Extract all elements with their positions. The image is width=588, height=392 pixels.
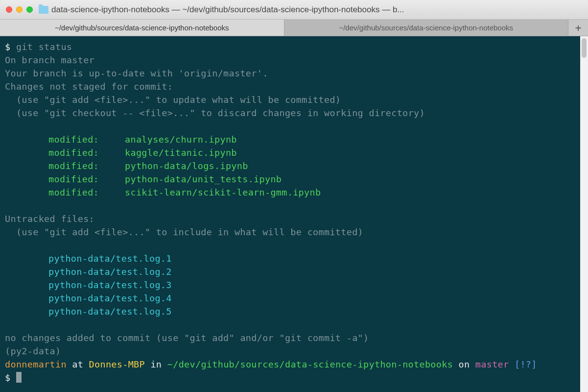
tab-bar: ~/dev/github/sources/data-science-ipytho… [0,20,588,36]
ps1-on: on [453,359,475,369]
modified-row: modified:kaggle/titanic.ipynb [5,146,575,159]
terminal-area: $ git status On branch master Your branc… [0,36,588,392]
window-title: data-science-ipython-notebooks — ~/dev/g… [51,5,582,15]
untracked-row: python-data/test.log.5 [5,305,575,318]
modified-file: python-data/unit_tests.ipynb [125,174,282,184]
traffic-lights [6,6,33,13]
untracked-file: python-data/test.log.3 [48,280,172,290]
terminal[interactable]: $ git status On branch master Your branc… [0,36,580,392]
folder-icon [39,6,48,14]
modified-label: modified: [48,133,125,146]
modified-row: modified:analyses/churn.ipynb [5,133,575,146]
terminal-window: data-science-ipython-notebooks — ~/dev/g… [0,0,588,392]
untracked-header: Untracked files: [5,214,94,224]
untracked-row: python-data/test.log.4 [5,292,575,305]
maximize-icon[interactable] [26,6,33,13]
modified-file: python-data/logs.ipynb [125,161,248,171]
hint-checkout: (use "git checkout -- <file>..." to disc… [5,108,425,118]
modified-row: modified:scikit-learn/scikit-learn-gmm.i… [5,186,575,199]
prompt-symbol-2: $ [5,372,16,383]
modified-row: modified:python-data/unit_tests.ipynb [5,172,575,186]
not-staged-line: Changes not staged for commit: [5,81,173,92]
ps1-host: Donnes-MBP [89,359,145,369]
venv-line: (py2-data) [5,346,61,356]
modified-label: modified: [48,159,125,172]
untracked-row: python-data/test.log.2 [5,265,575,278]
tab-1-label: ~/dev/github/sources/data-science-ipytho… [55,24,229,32]
tab-1[interactable]: ~/dev/github/sources/data-science-ipytho… [0,20,284,36]
minimize-icon[interactable] [16,6,23,13]
modified-file: kaggle/titanic.ipynb [125,147,237,158]
tab-2[interactable]: ~/dev/github/sources/data-science-ipytho… [284,20,569,36]
hint-untracked: (use "git add <file>..." to include in w… [5,227,363,237]
scroll-thumb[interactable] [582,38,587,58]
ps1-in: in [145,359,167,369]
untracked-file: python-data/test.log.5 [48,306,172,317]
untracked-file: python-data/test.log.2 [48,267,172,277]
modified-label: modified: [48,186,125,199]
tab-2-label: ~/dev/github/sources/data-science-ipytho… [339,24,513,32]
hint-add: (use "git add <file>..." to update what … [5,95,341,105]
new-tab-button[interactable]: + [568,20,588,36]
modified-row: modified:python-data/logs.ipynb [5,159,575,172]
untracked-file: python-data/test.log.1 [48,253,172,264]
branch-line: On branch master [5,55,94,65]
modified-label: modified: [48,146,125,159]
modified-file: analyses/churn.ipynb [125,134,237,145]
prompt-symbol: $ [5,42,16,52]
untracked-row: python-data/test.log.3 [5,278,575,292]
close-icon[interactable] [6,6,12,13]
command-text: git status [16,42,72,52]
untracked-row: python-data/test.log.1 [5,252,575,265]
untracked-file: python-data/test.log.4 [48,293,172,303]
ps1-status: [!?] [509,359,537,369]
ps1-user: donnemartin [5,359,67,369]
cursor [16,372,22,383]
window-titlebar: data-science-ipython-notebooks — ~/dev/g… [0,0,588,20]
uptodate-line: Your branch is up-to-date with 'origin/m… [5,68,268,78]
scrollbar[interactable] [580,36,588,392]
no-changes-line: no changes added to commit (use "git add… [5,333,369,343]
ps1-path: ~/dev/github/sources/data-science-ipytho… [167,359,453,369]
plus-icon: + [575,22,581,34]
ps1-branch: master [475,359,509,369]
modified-label: modified: [48,172,125,186]
modified-file: scikit-learn/scikit-learn-gmm.ipynb [125,187,321,197]
ps1-at: at [67,359,89,369]
